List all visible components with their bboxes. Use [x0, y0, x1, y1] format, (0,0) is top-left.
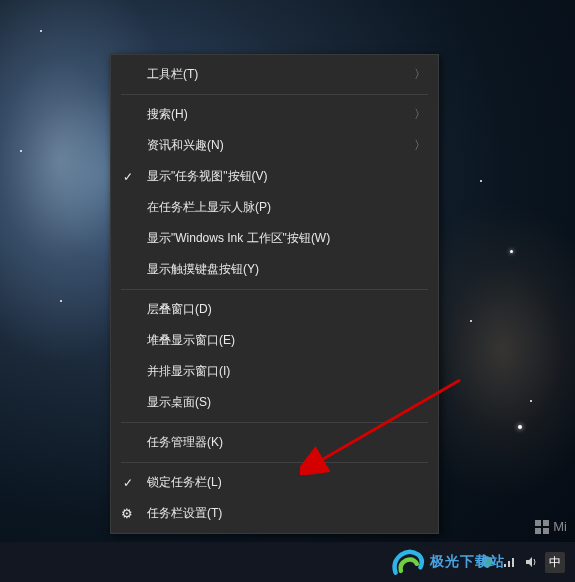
menu-stacked-label: 堆叠显示窗口(E)	[147, 332, 235, 349]
menu-news-label: 资讯和兴趣(N)	[147, 137, 224, 154]
gear-icon: ⚙	[121, 506, 133, 521]
menu-separator	[121, 422, 428, 423]
menu-cascade-windows[interactable]: 层叠窗口(D)	[111, 294, 438, 325]
menu-lock-label: 锁定任务栏(L)	[147, 474, 222, 491]
windows-logo-icon	[535, 520, 549, 534]
chevron-right-icon: 〉	[414, 137, 426, 154]
chevron-right-icon: 〉	[414, 66, 426, 83]
check-icon: ✓	[123, 476, 133, 490]
svg-rect-3	[543, 520, 549, 526]
menu-taskbar-settings[interactable]: ⚙ 任务栏设置(T)	[111, 498, 438, 529]
windows-watermark: Mi	[535, 519, 567, 534]
menu-cascade-label: 层叠窗口(D)	[147, 301, 212, 318]
menu-news-interests[interactable]: 资讯和兴趣(N) 〉	[111, 130, 438, 161]
menu-lock-taskbar[interactable]: ✓ 锁定任务栏(L)	[111, 467, 438, 498]
menu-people-label: 在任务栏上显示人脉(P)	[147, 199, 271, 216]
menu-sidebyside-label: 并排显示窗口(I)	[147, 363, 230, 380]
svg-rect-7	[508, 561, 510, 567]
svg-rect-4	[535, 528, 541, 534]
aurora-logo-icon	[390, 546, 426, 578]
menu-show-desktop[interactable]: 显示桌面(S)	[111, 387, 438, 418]
svg-rect-5	[543, 528, 549, 534]
watermark-text: Mi	[553, 519, 567, 534]
volume-icon[interactable]	[523, 554, 539, 570]
chevron-right-icon: 〉	[414, 106, 426, 123]
menu-taskmgr-label: 任务管理器(K)	[147, 434, 223, 451]
menu-stacked-windows[interactable]: 堆叠显示窗口(E)	[111, 325, 438, 356]
check-icon: ✓	[123, 170, 133, 184]
svg-rect-8	[512, 558, 514, 567]
menu-taskview-label: 显示"任务视图"按钮(V)	[147, 168, 268, 185]
menu-side-by-side[interactable]: 并排显示窗口(I)	[111, 356, 438, 387]
taskbar[interactable]: 极光下载站 中	[0, 542, 575, 582]
menu-toolbar-label: 工具栏(T)	[147, 66, 198, 83]
menu-separator	[121, 94, 428, 95]
logo-text: 极光下载站	[430, 553, 505, 571]
menu-separator	[121, 289, 428, 290]
menu-show-people[interactable]: 在任务栏上显示人脉(P)	[111, 192, 438, 223]
menu-settings-label: 任务栏设置(T)	[147, 505, 222, 522]
taskbar-context-menu: 工具栏(T) 〉 搜索(H) 〉 资讯和兴趣(N) 〉 ✓ 显示"任务视图"按钮…	[110, 54, 439, 534]
menu-search[interactable]: 搜索(H) 〉	[111, 99, 438, 130]
menu-toolbar[interactable]: 工具栏(T) 〉	[111, 59, 438, 90]
menu-touchkb-label: 显示触摸键盘按钮(Y)	[147, 261, 259, 278]
menu-show-touch-keyboard[interactable]: 显示触摸键盘按钮(Y)	[111, 254, 438, 285]
menu-show-ink[interactable]: 显示"Windows Ink 工作区"按钮(W)	[111, 223, 438, 254]
menu-show-taskview[interactable]: ✓ 显示"任务视图"按钮(V)	[111, 161, 438, 192]
menu-separator	[121, 462, 428, 463]
menu-desktop-label: 显示桌面(S)	[147, 394, 211, 411]
menu-ink-label: 显示"Windows Ink 工作区"按钮(W)	[147, 230, 330, 247]
svg-rect-2	[535, 520, 541, 526]
site-logo: 极光下载站	[390, 546, 505, 578]
ime-indicator[interactable]: 中	[545, 552, 565, 573]
menu-task-manager[interactable]: 任务管理器(K)	[111, 427, 438, 458]
menu-search-label: 搜索(H)	[147, 106, 188, 123]
